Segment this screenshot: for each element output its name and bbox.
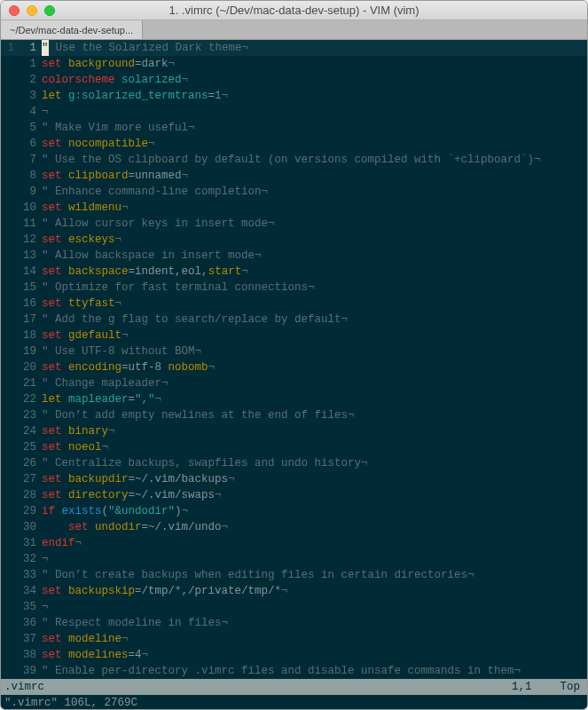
code-line[interactable]: 39" Enable per-directory .vimrc files an… <box>1 663 587 679</box>
code-content[interactable]: ¬ <box>42 104 587 120</box>
code-line[interactable]: 5" Make Vim more useful¬ <box>1 120 587 136</box>
code-line[interactable]: 13" Allow backspace in insert mode¬ <box>1 248 587 264</box>
code-content[interactable]: " Enable per-directory .vimrc files and … <box>42 663 587 679</box>
code-line[interactable]: 1set background=dark¬ <box>1 56 587 72</box>
code-line[interactable]: 36" Respect modeline in files¬ <box>1 615 587 631</box>
code-line[interactable]: 32¬ <box>1 551 587 567</box>
code-line[interactable]: 12set esckeys¬ <box>1 232 587 248</box>
code-line[interactable]: 11" Allow cursor keys in insert mode¬ <box>1 216 587 232</box>
code-content[interactable]: set gdefault¬ <box>42 327 587 343</box>
zoom-icon[interactable] <box>44 5 55 16</box>
line-number: 4 <box>17 104 42 120</box>
code-line[interactable]: 20set encoding=utf-8 nobomb¬ <box>1 359 587 375</box>
code-content[interactable]: set modeline¬ <box>42 631 587 647</box>
code-line[interactable]: 27set backupdir=~/.vim/backups¬ <box>1 471 587 487</box>
code-line[interactable]: 17" Add the g flag to search/replace by … <box>1 312 587 327</box>
code-content[interactable]: set esckeys¬ <box>42 232 587 248</box>
outer-gutter <box>1 519 17 535</box>
code-content[interactable]: " Use UTF-8 without BOM¬ <box>42 343 587 359</box>
code-line[interactable]: 15" Optimize for fast terminal connectio… <box>1 280 587 296</box>
command-line[interactable]: ".vimrc" 106L, 2769C <box>1 695 587 709</box>
code-line[interactable]: 21" Change mapleader¬ <box>1 375 587 391</box>
code-content[interactable]: let g:solarized_termtrans=1¬ <box>42 88 587 104</box>
line-number: 10 <box>17 200 42 216</box>
outer-gutter <box>1 455 17 471</box>
titlebar[interactable]: 1. .vimrc (~/Dev/mac-data-dev-setup) - V… <box>1 1 587 20</box>
code-line[interactable]: 33" Don’t create backups when editing fi… <box>1 567 587 583</box>
code-line[interactable]: 35¬ <box>1 599 587 615</box>
line-number: 13 <box>17 248 42 264</box>
line-number: 20 <box>17 359 42 375</box>
code-line[interactable]: 30 set undodir=~/.vim/undo¬ <box>1 519 587 535</box>
code-line[interactable]: 34set backupskip=/tmp/*,/private/tmp/*¬ <box>1 583 587 599</box>
code-content[interactable]: endif¬ <box>42 535 587 551</box>
editor-lines[interactable]: 11" Use the Solarized Dark theme¬1set ba… <box>1 40 587 679</box>
code-line[interactable]: 7" Use the OS clipboard by default (on v… <box>1 152 587 168</box>
code-content[interactable]: set binary¬ <box>42 423 587 439</box>
outer-gutter <box>1 264 17 280</box>
code-line[interactable]: 28set directory=~/.vim/swaps¬ <box>1 487 587 503</box>
code-content[interactable]: ¬ <box>42 599 587 615</box>
outer-gutter <box>1 471 17 487</box>
code-content[interactable]: ¬ <box>42 551 587 567</box>
code-line[interactable]: 29if exists("&undodir")¬ <box>1 503 587 519</box>
code-line[interactable]: 24set binary¬ <box>1 423 587 439</box>
code-line[interactable]: 16set ttyfast¬ <box>1 296 587 312</box>
code-line[interactable]: 23" Don’t add empty newlines at the end … <box>1 407 587 423</box>
outer-gutter <box>1 583 17 599</box>
code-line[interactable]: 4¬ <box>1 104 587 120</box>
code-content[interactable]: " Enhance command-line completion¬ <box>42 184 587 200</box>
code-line[interactable]: 18set gdefault¬ <box>1 327 587 343</box>
code-line[interactable]: 6set nocompatible¬ <box>1 136 587 152</box>
code-line[interactable]: 2colorscheme solarized¬ <box>1 72 587 88</box>
code-line[interactable]: 3let g:solarized_termtrans=1¬ <box>1 88 587 104</box>
code-content[interactable]: " Don’t add empty newlines at the end of… <box>42 407 587 423</box>
code-content[interactable]: " Allow cursor keys in insert mode¬ <box>42 216 587 232</box>
code-line[interactable]: 25set noeol¬ <box>1 439 587 455</box>
editor[interactable]: 11" Use the Solarized Dark theme¬1set ba… <box>1 40 587 709</box>
code-content[interactable]: set backupdir=~/.vim/backups¬ <box>42 471 587 487</box>
code-content[interactable]: set ttyfast¬ <box>42 296 587 312</box>
code-line[interactable]: 38set modelines=4¬ <box>1 647 587 663</box>
code-line[interactable]: 8set clipboard=unnamed¬ <box>1 168 587 184</box>
code-content[interactable]: set backspace=indent,eol,start¬ <box>42 264 587 280</box>
close-icon[interactable] <box>9 5 20 16</box>
tab-active[interactable]: ~/Dev/mac-data-dev-setup... <box>1 20 143 39</box>
code-content[interactable]: set wildmenu¬ <box>42 200 587 216</box>
code-content[interactable]: set modelines=4¬ <box>42 647 587 663</box>
code-content[interactable]: " Optimize for fast terminal connections… <box>42 280 587 296</box>
code-line[interactable]: 10set wildmenu¬ <box>1 200 587 216</box>
code-content[interactable]: set directory=~/.vim/swaps¬ <box>42 487 587 503</box>
code-line[interactable]: 26" Centralize backups, swapfiles and un… <box>1 455 587 471</box>
code-line[interactable]: 11" Use the Solarized Dark theme¬ <box>1 40 587 56</box>
code-content[interactable]: " Allow backspace in insert mode¬ <box>42 248 587 264</box>
code-content[interactable]: " Make Vim more useful¬ <box>42 120 587 136</box>
code-content[interactable]: " Change mapleader¬ <box>42 375 587 391</box>
code-content[interactable]: " Don’t create backups when editing file… <box>42 567 587 583</box>
code-line[interactable]: 19" Use UTF-8 without BOM¬ <box>1 343 587 359</box>
code-content[interactable]: let mapleader=","¬ <box>42 391 587 407</box>
code-content[interactable]: set background=dark¬ <box>42 56 587 72</box>
code-content[interactable]: " Use the OS clipboard by default (on ve… <box>42 152 587 168</box>
line-number: 8 <box>17 168 42 184</box>
minimize-icon[interactable] <box>27 5 37 16</box>
code-content[interactable]: " Respect modeline in files¬ <box>42 615 587 631</box>
code-content[interactable]: set clipboard=unnamed¬ <box>42 168 587 184</box>
line-number: 26 <box>17 455 42 471</box>
code-content[interactable]: set encoding=utf-8 nobomb¬ <box>42 359 587 375</box>
code-line[interactable]: 14set backspace=indent,eol,start¬ <box>1 264 587 280</box>
code-content[interactable]: set backupskip=/tmp/*,/private/tmp/*¬ <box>42 583 587 599</box>
code-content[interactable]: set noeol¬ <box>42 439 587 455</box>
code-content[interactable]: " Use the Solarized Dark theme¬ <box>42 40 587 56</box>
code-content[interactable]: if exists("&undodir")¬ <box>42 503 587 519</box>
outer-gutter <box>1 296 17 312</box>
code-content[interactable]: set undodir=~/.vim/undo¬ <box>42 519 587 535</box>
code-line[interactable]: 31endif¬ <box>1 535 587 551</box>
code-line[interactable]: 22let mapleader=","¬ <box>1 391 587 407</box>
code-content[interactable]: " Centralize backups, swapfiles and undo… <box>42 455 587 471</box>
code-content[interactable]: colorscheme solarized¬ <box>42 72 587 88</box>
code-line[interactable]: 37set modeline¬ <box>1 631 587 647</box>
code-content[interactable]: set nocompatible¬ <box>42 136 587 152</box>
code-content[interactable]: " Add the g flag to search/replace by de… <box>42 312 587 327</box>
code-line[interactable]: 9" Enhance command-line completion¬ <box>1 184 587 200</box>
